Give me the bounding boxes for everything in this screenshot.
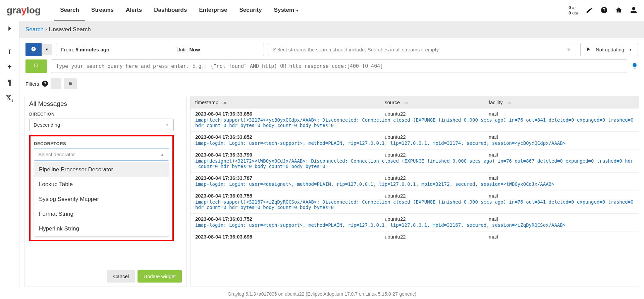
paragraph-icon[interactable]: ¶: [7, 78, 11, 87]
nav-label: System: [274, 7, 294, 13]
app-logo[interactable]: graylog: [7, 5, 41, 16]
decorators-select[interactable]: Select decorator ▲: [34, 148, 169, 161]
nav-search[interactable]: Search: [54, 0, 85, 21]
decorator-option[interactable]: Lookup Table: [34, 177, 169, 192]
decorator-option[interactable]: Format String: [34, 207, 169, 221]
decorator-option[interactable]: Syslog Severity Mapper: [34, 192, 169, 207]
table-row[interactable]: 2023-08-04 17:36:03.752ubuntu22mailimap-…: [191, 214, 639, 231]
cell-message: imap-login: Login: user=<tech-support>, …: [195, 140, 634, 146]
add-icon[interactable]: +: [7, 62, 12, 71]
nav-system[interactable]: System▼: [268, 0, 305, 21]
chevron-up-icon: ▲: [160, 152, 165, 157]
play-icon[interactable]: [586, 47, 591, 52]
col-label: timestamp: [195, 99, 218, 105]
nav-dashboards[interactable]: Dashboards: [148, 0, 193, 21]
cell-message: imap-login: Login: user=<designet>, meth…: [195, 181, 634, 187]
table-row[interactable]: 2023-08-04 17:36:03.755ubuntu22mailimap(…: [191, 190, 639, 214]
table-row[interactable]: 2023-08-04 17:36:33.852ubuntu22mailimap-…: [191, 132, 639, 150]
cell-facility: mail: [489, 193, 498, 199]
table-header: timestamp ↓≡ source ↓≡ facility ↓≡: [191, 96, 639, 109]
updating-label: Not updating: [596, 47, 624, 52]
col-timestamp[interactable]: timestamp ↓≡: [195, 99, 385, 105]
nav-label: Dashboards: [154, 7, 187, 13]
widget-title: All Messages: [29, 100, 182, 110]
nav-label: Streams: [91, 7, 114, 13]
cell-facility: mail: [489, 216, 498, 222]
breadcrumb: Search › Unsaved Search: [19, 21, 644, 38]
nav-label: Search: [60, 7, 79, 13]
nav-alerts[interactable]: Alerts: [120, 0, 148, 21]
folder-filter-button[interactable]: [64, 78, 77, 89]
cell-facility: mail: [489, 175, 498, 181]
logo-part: y: [21, 5, 27, 15]
out-count: 0: [569, 10, 571, 15]
logo-part: log: [26, 5, 41, 15]
logo-part: gra: [7, 5, 21, 15]
nav-enterprise[interactable]: Enterprise: [193, 0, 233, 21]
col-facility[interactable]: facility ↓≡: [489, 99, 634, 105]
sort-desc-icon[interactable]: ↓≡: [222, 100, 226, 105]
scratchpad-icon[interactable]: [586, 6, 593, 15]
nav-security[interactable]: Security: [233, 0, 268, 21]
add-filter-button[interactable]: +: [51, 78, 61, 89]
update-widget-button[interactable]: Update widget: [138, 270, 182, 283]
search-button[interactable]: [25, 59, 47, 73]
throughput-indicator: 0 in 0 out: [569, 5, 578, 15]
cell-message: imap(designet)<32172><tWBOyxQCdJx/AAAB>:…: [195, 158, 634, 169]
sort-icon[interactable]: ↓≡: [403, 100, 408, 105]
col-label: source: [385, 99, 400, 105]
filters-label: Filters: [25, 81, 39, 87]
cell-source: ubuntu22: [385, 193, 489, 199]
nav-label: Enterprise: [199, 7, 227, 13]
cell-source: ubuntu22: [385, 175, 489, 181]
table-row[interactable]: 2023-08-04 17:36:33.790ubuntu22mailimap(…: [191, 150, 639, 173]
from-value: 5 minutes ago: [75, 47, 109, 52]
in-count: 0: [569, 5, 571, 10]
cell-source: ubuntu22: [385, 134, 489, 140]
caret-down-icon: ▼: [296, 9, 299, 12]
cell-message: imap(tech-support)<32167><iZqDyRQCSox/AA…: [195, 199, 634, 210]
from-label: From:: [61, 47, 74, 52]
decorator-option[interactable]: Hyperlink String: [34, 221, 169, 236]
decorator-option[interactable]: Pipeline Processor Decorator: [34, 162, 169, 177]
cell-timestamp: 2023-08-04 17:36:03.755: [195, 193, 385, 199]
cell-facility: mail: [489, 234, 498, 240]
col-label: facility: [489, 99, 503, 105]
col-source[interactable]: source ↓≡: [385, 99, 489, 105]
expand-icon[interactable]: [6, 25, 13, 33]
footer: Graylog 5.1.3+a017005 on ubuntu22 (Eclip…: [0, 289, 644, 299]
time-range-dropdown[interactable]: ▼: [42, 44, 52, 55]
streams-select[interactable]: Select streams the search should include…: [268, 43, 576, 56]
time-range-display[interactable]: From: 5 minutes ago Until: Now: [56, 43, 264, 56]
in-label: in: [572, 5, 576, 10]
time-range-button[interactable]: [25, 43, 42, 56]
breadcrumb-sep: ›: [45, 26, 47, 33]
breadcrumb-link[interactable]: Search: [25, 26, 44, 33]
cancel-button[interactable]: Cancel: [107, 270, 135, 283]
table-row[interactable]: 2023-08-04 17:36:03.698ubuntu22mail: [191, 231, 639, 243]
table-row[interactable]: 2023-08-04 17:36:33.856ubuntu22mailimap(…: [191, 109, 639, 132]
hint-bulb-icon[interactable]: [631, 62, 638, 70]
user-icon[interactable]: [630, 6, 637, 15]
home-icon[interactable]: [615, 6, 623, 15]
view-sidebar: i + ¶ X1: [0, 21, 19, 289]
subscript-icon[interactable]: X1: [6, 93, 13, 102]
info-icon[interactable]: i: [8, 47, 10, 56]
cell-source: ubuntu22: [385, 216, 489, 222]
help-icon[interactable]: ?: [42, 81, 48, 87]
cell-source: ubuntu22: [385, 234, 489, 240]
direction-value: Descending: [34, 122, 60, 128]
sort-icon[interactable]: ↓≡: [506, 100, 511, 105]
direction-label: DIRECTION: [29, 112, 174, 117]
help-icon[interactable]: [600, 6, 608, 15]
decorators-section: DECORATORS Select decorator ▲ Pipeline P…: [29, 135, 174, 241]
cell-facility: mail: [489, 111, 498, 117]
nav-streams[interactable]: Streams: [85, 0, 120, 21]
search-input[interactable]: [51, 59, 627, 73]
refresh-control[interactable]: Not updating ▼: [580, 43, 638, 56]
direction-select[interactable]: Descending ▼: [29, 119, 174, 131]
chevron-down-icon: ▼: [165, 123, 169, 127]
cell-message: imap(tech-support)<32174><ycBOyxQCdpx/AA…: [195, 117, 634, 128]
table-row[interactable]: 2023-08-04 17:36:33.787ubuntu22mailimap-…: [191, 173, 639, 190]
widget-config-panel: All Messages DIRECTION Descending ▼ DECO…: [24, 96, 187, 287]
